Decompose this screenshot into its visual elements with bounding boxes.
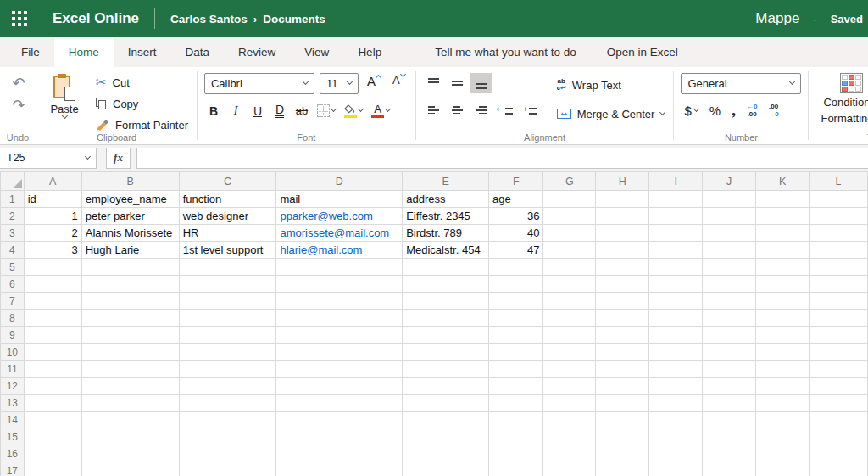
cell-K3[interactable] — [756, 225, 810, 242]
cell-J8[interactable] — [703, 310, 756, 327]
cell-D11[interactable] — [276, 361, 403, 378]
cell-K12[interactable] — [756, 378, 810, 395]
row-header-12[interactable]: 12 — [1, 378, 25, 395]
cell-A2[interactable]: 1 — [24, 208, 81, 225]
cell-G3[interactable] — [543, 225, 596, 242]
cell-L2[interactable] — [810, 208, 868, 225]
cell-I3[interactable] — [649, 225, 703, 242]
cell-F12[interactable] — [489, 378, 543, 395]
cell-D1[interactable]: mail — [276, 191, 403, 208]
cell-G8[interactable] — [543, 310, 596, 327]
cell-J16[interactable] — [703, 445, 756, 462]
cell-I9[interactable] — [649, 327, 703, 344]
row-header-7[interactable]: 7 — [1, 293, 25, 310]
cell-C6[interactable] — [179, 276, 276, 293]
conditional-formatting-button[interactable]: Conditional Formatting — [815, 73, 868, 126]
cell-J17[interactable] — [703, 462, 756, 476]
cell-B5[interactable] — [81, 259, 179, 276]
cell-B1[interactable]: employee_name — [81, 191, 179, 208]
cell-H8[interactable] — [596, 310, 649, 327]
cell-B2[interactable]: peter parker — [81, 208, 179, 225]
cell-I6[interactable] — [649, 276, 703, 293]
currency-button[interactable]: $ — [682, 100, 699, 120]
cell-B10[interactable] — [81, 344, 179, 361]
cell-D15[interactable] — [276, 428, 403, 445]
cell-C16[interactable] — [179, 445, 276, 462]
email-link[interactable]: hlarie@mail.com — [280, 244, 362, 256]
cell-K6[interactable] — [756, 276, 810, 293]
cell-B8[interactable] — [81, 310, 179, 327]
col-header-J[interactable]: J — [703, 172, 756, 191]
col-header-L[interactable]: L — [810, 172, 868, 191]
cell-G10[interactable] — [543, 344, 596, 361]
cell-L5[interactable] — [810, 259, 868, 276]
cell-A7[interactable] — [24, 293, 81, 310]
cell-A9[interactable] — [24, 327, 81, 344]
cell-D4[interactable]: hlarie@mail.com — [276, 242, 403, 259]
cell-J15[interactable] — [703, 428, 756, 445]
cell-C7[interactable] — [179, 293, 276, 310]
font-size-select[interactable]: 11 — [320, 73, 359, 94]
cell-G2[interactable] — [543, 208, 596, 225]
cell-G11[interactable] — [543, 361, 596, 378]
cell-K7[interactable] — [756, 293, 810, 310]
cell-H9[interactable] — [596, 327, 649, 344]
row-header-3[interactable]: 3 — [1, 225, 25, 242]
cell-I11[interactable] — [649, 361, 703, 378]
cell-J2[interactable] — [703, 208, 756, 225]
cell-J3[interactable] — [703, 225, 756, 242]
cell-I15[interactable] — [649, 428, 703, 445]
cell-A8[interactable] — [24, 310, 81, 327]
cell-E12[interactable] — [403, 378, 489, 395]
name-box[interactable]: T25 — [0, 148, 97, 169]
align-top-button[interactable] — [423, 73, 444, 93]
redo-button[interactable]: ↷ — [8, 95, 30, 115]
cell-C5[interactable] — [179, 259, 276, 276]
cell-E8[interactable] — [403, 310, 489, 327]
row-header-11[interactable]: 11 — [1, 361, 25, 378]
cell-L9[interactable] — [810, 327, 868, 344]
cell-L3[interactable] — [810, 225, 868, 242]
cell-F14[interactable] — [489, 412, 543, 428]
cell-E13[interactable] — [403, 395, 489, 412]
cell-F10[interactable] — [489, 344, 543, 361]
cell-H12[interactable] — [596, 378, 649, 395]
cell-G17[interactable] — [543, 462, 596, 476]
cell-A4[interactable]: 3 — [24, 242, 81, 259]
row-header-4[interactable]: 4 — [1, 242, 25, 259]
font-family-select[interactable]: Calibri — [204, 73, 314, 94]
cell-J5[interactable] — [703, 259, 756, 276]
col-header-E[interactable]: E — [403, 172, 489, 191]
cell-L16[interactable] — [810, 445, 868, 462]
borders-button[interactable] — [314, 100, 338, 121]
cell-H15[interactable] — [596, 428, 649, 445]
underline-button[interactable]: U — [248, 100, 267, 121]
cell-K9[interactable] — [756, 327, 810, 344]
strikethrough-button[interactable]: ab — [292, 100, 311, 121]
copy-button[interactable]: Copy — [94, 94, 190, 113]
col-header-I[interactable]: I — [649, 172, 703, 191]
merge-center-button[interactable]: ↔ Merge & Center — [555, 104, 667, 124]
cell-D12[interactable] — [276, 378, 403, 395]
cell-F5[interactable] — [489, 259, 543, 276]
cell-K5[interactable] — [756, 259, 810, 276]
cell-B16[interactable] — [81, 445, 179, 462]
cell-H14[interactable] — [596, 412, 649, 428]
tab-review[interactable]: Review — [224, 37, 290, 67]
cell-L11[interactable] — [810, 361, 868, 378]
cell-I14[interactable] — [649, 412, 703, 428]
cell-K14[interactable] — [756, 412, 810, 428]
insert-function-button[interactable]: fx — [106, 148, 131, 169]
cell-G13[interactable] — [543, 395, 596, 412]
cell-G9[interactable] — [543, 327, 596, 344]
cell-C11[interactable] — [179, 361, 276, 378]
cell-K8[interactable] — [756, 310, 810, 327]
cell-A6[interactable] — [24, 276, 81, 293]
percent-button[interactable]: % — [708, 100, 722, 120]
cell-C17[interactable] — [179, 462, 276, 476]
cell-D5[interactable] — [276, 259, 403, 276]
font-color-button[interactable]: A — [369, 100, 392, 121]
cell-C4[interactable]: 1st level support — [179, 242, 276, 259]
row-header-16[interactable]: 16 — [1, 445, 25, 462]
cell-G1[interactable] — [543, 191, 596, 208]
